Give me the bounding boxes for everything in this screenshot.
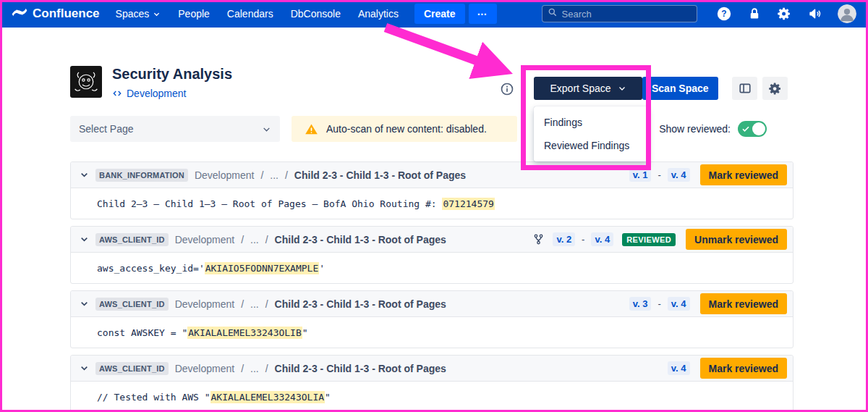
select-page-dropdown[interactable]: Select Page bbox=[70, 116, 280, 142]
lock-icon[interactable] bbox=[748, 7, 761, 21]
space-header: Security Analysis Development bbox=[70, 66, 232, 99]
space-avatar[interactable] bbox=[70, 66, 102, 98]
info-icon[interactable] bbox=[500, 82, 514, 96]
show-reviewed-toggle[interactable] bbox=[738, 121, 767, 137]
finding-snippet: // Tested with AWS "AKIALALEMEL33243OLIA… bbox=[71, 382, 793, 412]
version-to-link[interactable]: v. 4 bbox=[668, 361, 690, 375]
breadcrumb-space[interactable]: Development bbox=[175, 298, 235, 310]
global-search[interactable] bbox=[542, 5, 697, 22]
breadcrumb-ellipsis[interactable]: ... bbox=[250, 298, 259, 310]
create-button[interactable]: Create bbox=[414, 4, 465, 24]
snippet-secret: AKIALALEMEL33243OLIB bbox=[187, 327, 302, 339]
more-actions-button[interactable]: ⋯ bbox=[469, 4, 497, 24]
breadcrumb-space[interactable]: Development bbox=[175, 234, 235, 245]
snippet-text: const AWSKEY = " bbox=[97, 327, 187, 338]
collapse-chevron-icon[interactable] bbox=[80, 299, 89, 308]
breadcrumb-separator: / bbox=[285, 169, 288, 181]
nav-item-dbconsole[interactable]: DbConsole bbox=[282, 8, 349, 20]
finding-card: AWS_CLIENT_ID Development / ... / Child … bbox=[70, 226, 793, 284]
chevron-down-icon bbox=[153, 10, 161, 18]
breadcrumb-page[interactable]: Child 2-3 - Child 1-3 - Root of Pages bbox=[275, 234, 446, 245]
export-menu: Findings Reviewed Findings bbox=[534, 106, 648, 161]
chevron-down-icon bbox=[618, 84, 626, 93]
warning-icon bbox=[305, 122, 318, 136]
nav-item-spaces[interactable]: Spaces bbox=[107, 8, 170, 20]
primary-nav: Spaces People Calendars DbConsole Analyt… bbox=[107, 8, 407, 20]
version-separator: - bbox=[658, 169, 660, 180]
breadcrumb-ellipsis[interactable]: ... bbox=[250, 363, 259, 374]
breadcrumb-ellipsis[interactable]: ... bbox=[250, 234, 259, 245]
snippet-secret: 071214579 bbox=[442, 198, 494, 210]
show-reviewed-control: Show reviewed: bbox=[659, 121, 767, 137]
code-icon bbox=[112, 88, 122, 98]
snippet-secret: AKIALALEMEL33243OLIA bbox=[210, 391, 326, 403]
findings-list: BANK_INFORMATION Development / ... / Chi… bbox=[70, 161, 793, 412]
breadcrumb-separator: / bbox=[265, 363, 268, 374]
confluence-brand[interactable]: Confluence bbox=[12, 4, 100, 24]
snippet-text: ' bbox=[319, 263, 325, 274]
nav-item-people[interactable]: People bbox=[169, 8, 218, 20]
finding-header: AWS_CLIENT_ID Development / ... / Child … bbox=[71, 356, 793, 382]
warning-text: Auto-scan of new content: disabled. bbox=[326, 123, 487, 135]
settings-gear-icon[interactable] bbox=[777, 7, 791, 21]
search-input[interactable] bbox=[562, 9, 692, 20]
breadcrumb-page[interactable]: Child 2-3 - Child 1-3 - Root of Pages bbox=[294, 169, 466, 181]
collapse-chevron-icon[interactable] bbox=[80, 170, 89, 180]
finding-header: BANK_INFORMATION Development / ... / Chi… bbox=[71, 162, 793, 188]
breadcrumb-space[interactable]: Development bbox=[175, 363, 235, 374]
export-space-button[interactable]: Export Space bbox=[534, 77, 642, 100]
export-menu-item-findings[interactable]: Findings bbox=[534, 111, 648, 134]
breadcrumb-page[interactable]: Child 2-3 - Child 1-3 - Root of Pages bbox=[275, 363, 446, 374]
finding-snippet: const AWSKEY = "AKIALALEMEL33243OLIB" bbox=[71, 317, 793, 348]
version-from-link[interactable]: v. 2 bbox=[553, 232, 575, 246]
show-reviewed-label: Show reviewed: bbox=[659, 123, 731, 135]
export-menu-item-reviewed-findings[interactable]: Reviewed Findings bbox=[534, 134, 648, 157]
version-from-link[interactable]: v. 1 bbox=[629, 168, 652, 182]
versions-branch-icon[interactable] bbox=[532, 233, 545, 245]
scan-space-button[interactable]: Scan Space bbox=[642, 77, 718, 100]
avatar[interactable] bbox=[838, 4, 856, 23]
version-to-link[interactable]: v. 4 bbox=[591, 232, 613, 246]
breadcrumb-ellipsis[interactable]: ... bbox=[270, 169, 278, 181]
gear-icon bbox=[768, 82, 782, 96]
version-to-link[interactable]: v. 4 bbox=[668, 297, 690, 311]
megaphone-icon[interactable] bbox=[807, 7, 822, 21]
nav-item-analytics[interactable]: Analytics bbox=[349, 8, 407, 20]
select-page-placeholder: Select Page bbox=[79, 123, 134, 135]
version-to-link[interactable]: v. 4 bbox=[668, 168, 690, 182]
snippet-text: Child 2–3 – Child 1–3 – Root of Pages – … bbox=[97, 198, 442, 209]
breadcrumb-separator: / bbox=[241, 234, 244, 245]
space-name-link[interactable]: Development bbox=[127, 88, 187, 99]
check-icon bbox=[741, 125, 750, 133]
mark-reviewed-button[interactable]: Mark reviewed bbox=[700, 293, 788, 314]
breadcrumb-separator: / bbox=[265, 234, 268, 245]
snippet-secret: AKIAIO5FODNN7EXAMPLE bbox=[205, 262, 320, 274]
nav-item-calendars[interactable]: Calendars bbox=[218, 8, 282, 20]
finding-header: AWS_CLIENT_ID Development / ... / Child … bbox=[71, 291, 793, 317]
mark-reviewed-button[interactable]: Mark reviewed bbox=[700, 164, 788, 185]
finding-snippet: Child 2–3 – Child 1–3 – Root of Pages – … bbox=[71, 188, 793, 219]
confluence-logo-icon bbox=[12, 4, 27, 24]
help-icon[interactable]: ? bbox=[716, 6, 732, 22]
collapse-chevron-icon[interactable] bbox=[80, 363, 89, 373]
version-separator: - bbox=[658, 298, 660, 309]
space-titles: Security Analysis Development bbox=[112, 66, 232, 99]
layout-icon bbox=[739, 82, 752, 95]
mark-reviewed-button[interactable]: Mark reviewed bbox=[700, 358, 788, 379]
unmark-reviewed-button[interactable]: Unmark reviewed bbox=[686, 229, 787, 250]
breadcrumb-space[interactable]: Development bbox=[195, 169, 255, 181]
snippet-text: // Tested with AWS " bbox=[97, 392, 210, 403]
reviewed-badge: REVIEWED bbox=[622, 233, 676, 246]
page-title: Security Analysis bbox=[112, 66, 232, 83]
snippet-text: aws_access_key_id=' bbox=[97, 263, 205, 274]
breadcrumb-separator: / bbox=[260, 169, 263, 181]
collapse-chevron-icon[interactable] bbox=[80, 235, 89, 244]
top-navigation: Confluence Spaces People Calendars DbCon… bbox=[0, 0, 868, 28]
autoscan-warning-banner: Auto-scan of new content: disabled. bbox=[292, 116, 517, 142]
version-from-link[interactable]: v. 3 bbox=[629, 297, 652, 311]
search-icon bbox=[548, 7, 558, 20]
layout-board-button[interactable] bbox=[732, 77, 757, 100]
breadcrumb-page[interactable]: Child 2-3 - Child 1-3 - Root of Pages bbox=[275, 298, 446, 310]
finding-type-badge: AWS_CLIENT_ID bbox=[95, 362, 169, 375]
space-settings-button[interactable] bbox=[762, 77, 788, 100]
